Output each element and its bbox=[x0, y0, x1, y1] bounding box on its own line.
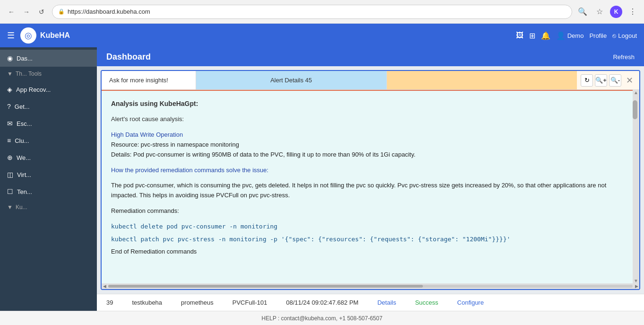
logo-symbol: ◎ bbox=[25, 30, 32, 41]
panel-content: Analysis using KubeHaGpt: Alert's root c… bbox=[102, 90, 639, 289]
sidebar-item-web[interactable]: ⊕ We... bbox=[0, 149, 97, 166]
back-button[interactable]: ← bbox=[5, 5, 18, 18]
hamburger-button[interactable]: ☰ bbox=[7, 30, 15, 41]
analysis-how: How the provided remediation commands so… bbox=[111, 166, 623, 176]
user-area: 👤 Demo bbox=[556, 31, 584, 40]
browser-profile-avatar[interactable]: K bbox=[610, 6, 622, 18]
security-icon: 🔒 bbox=[58, 9, 65, 15]
scroll-up-button[interactable]: ▲ bbox=[633, 90, 639, 95]
ten-icon: ☐ bbox=[7, 188, 13, 195]
zoom-out-button[interactable]: 🔍- bbox=[609, 74, 621, 87]
sidebar-item-label: Ten... bbox=[17, 188, 32, 195]
user-icon: 👤 bbox=[556, 31, 566, 40]
navbar-left: ☰ ◎ KubeHA bbox=[7, 27, 70, 44]
footer: HELP : contact@kubeha.com, +1 508-507-65… bbox=[0, 311, 644, 325]
analysis-title: Analysis using KubeHaGpt: bbox=[111, 98, 623, 109]
alert-details-label: Alert Details 45 bbox=[270, 77, 312, 84]
apprecov-icon: ◈ bbox=[7, 86, 12, 93]
horizontal-scrollbar[interactable]: ◀ ▶ bbox=[102, 283, 639, 289]
logout-icon: ⎋ bbox=[612, 32, 616, 39]
tools-expand-icon: ▼ bbox=[7, 70, 13, 77]
image-icon-button[interactable]: 🖼 bbox=[516, 31, 524, 40]
panel-actions: ↻ 🔍+ 🔍- ✕ bbox=[577, 71, 639, 89]
end-remediation: End of Remediation commands bbox=[111, 247, 623, 257]
analysis-issue: High Data Write Operation Resource: pvc-… bbox=[111, 130, 623, 159]
ku-label: Ku... bbox=[16, 204, 27, 211]
h-scrollbar-thumb[interactable] bbox=[108, 285, 423, 288]
scroll-left-button[interactable]: ◀ bbox=[102, 284, 107, 289]
app-container: ☰ ◎ KubeHA 🖼 ⊞ 🔔 👤 Demo Profile ⎋ Logout bbox=[0, 24, 644, 325]
end-label: End of Remediation commands bbox=[111, 247, 623, 257]
page-title-bar: Dashboard Refresh bbox=[97, 47, 644, 66]
forward-button[interactable]: → bbox=[20, 5, 33, 18]
sidebar-item-label: Esc... bbox=[17, 120, 32, 127]
sidebar: ◉ Das... ▼ Th... Tools ◈ App Recov... ? … bbox=[0, 47, 97, 311]
alert-panel: Ask for more insights! Alert Details 45 … bbox=[101, 70, 640, 290]
h-scrollbar-track[interactable] bbox=[108, 285, 633, 288]
sidebar-item-label: Clu... bbox=[15, 137, 29, 144]
row-source: prometheus bbox=[176, 299, 218, 306]
content-area: Dashboard Refresh Ask for more insights!… bbox=[97, 47, 644, 311]
browser-menu-button[interactable]: ⋮ bbox=[626, 5, 639, 18]
profile-link[interactable]: Profile bbox=[589, 32, 607, 39]
browser-chrome: ← → ↺ 🔒 https://dashboard.kubeha.com 🔍 ☆… bbox=[0, 0, 644, 24]
scroll-right-button[interactable]: ▶ bbox=[634, 284, 639, 289]
grid-icon-button[interactable]: ⊞ bbox=[529, 31, 535, 40]
navbar-right: 🖼 ⊞ 🔔 👤 Demo Profile ⎋ Logout bbox=[516, 31, 637, 40]
analysis-root-cause: Alert's root cause analysis: bbox=[111, 114, 623, 124]
root-cause-label: Alert's root cause analysis: bbox=[111, 114, 623, 124]
row-number: 39 bbox=[102, 299, 118, 306]
sidebar-item-tools[interactable]: ▼ Th... Tools bbox=[0, 67, 97, 81]
scroll-down-button[interactable]: ▼ bbox=[633, 278, 639, 283]
details-line: Details: Pod pvc-consumer is writing 950… bbox=[111, 150, 623, 160]
ask-insights-button[interactable]: Ask for more insights! bbox=[102, 71, 196, 89]
bell-icon-button[interactable]: 🔔 bbox=[541, 31, 550, 40]
analysis-remediation: Remediation commands: bbox=[111, 206, 623, 216]
page-title: Dashboard bbox=[106, 52, 151, 62]
address-bar[interactable]: 🔒 https://dashboard.kubeha.com bbox=[52, 5, 572, 19]
sidebar-item-esc[interactable]: ✉ Esc... bbox=[0, 115, 97, 132]
url-text: https://dashboard.kubeha.com bbox=[68, 8, 150, 15]
bookmark-button[interactable]: ☆ bbox=[593, 5, 606, 18]
reload-button[interactable]: ↺ bbox=[35, 5, 48, 18]
sidebar-item-virt[interactable]: ◫ Virt... bbox=[0, 166, 97, 183]
table-row: 39 testkubeha prometheus PVCFull-101 08/… bbox=[97, 294, 644, 311]
dashboard-icon: ◉ bbox=[7, 54, 13, 62]
explanation-text: The pod pvc-consumer, which is consuming… bbox=[111, 181, 623, 201]
sidebar-item-ten[interactable]: ☐ Ten... bbox=[0, 183, 97, 200]
row-configure-link[interactable]: Configure bbox=[453, 299, 489, 306]
refresh-button[interactable]: Refresh bbox=[613, 53, 635, 61]
zoom-in-button[interactable]: 🔍+ bbox=[595, 74, 607, 87]
v-scrollbar-thumb[interactable] bbox=[633, 100, 637, 119]
refresh-panel-button[interactable]: ↻ bbox=[581, 74, 593, 87]
orange-section bbox=[386, 71, 577, 89]
issue-title: High Data Write Operation bbox=[111, 130, 623, 140]
sidebar-item-cluster[interactable]: ≡ Clu... bbox=[0, 132, 97, 149]
alert-panel-header: Ask for more insights! Alert Details 45 … bbox=[102, 71, 639, 90]
analysis-explanation: The pod pvc-consumer, which is consuming… bbox=[111, 181, 623, 201]
sidebar-item-label: Virt... bbox=[17, 171, 31, 178]
logo-text: KubeHA bbox=[40, 31, 70, 40]
analysis-content: Analysis using KubeHaGpt: Alert's root c… bbox=[102, 90, 633, 283]
row-details-link[interactable]: Details bbox=[373, 299, 401, 306]
sidebar-item-ku[interactable]: ▼ Ku... bbox=[0, 200, 97, 214]
logout-area[interactable]: ⎋ Logout bbox=[612, 32, 637, 39]
close-panel-button[interactable]: ✕ bbox=[623, 74, 635, 87]
sidebar-item-apprecov[interactable]: ◈ App Recov... bbox=[0, 81, 97, 98]
web-icon: ⊕ bbox=[7, 154, 13, 161]
top-navbar: ☰ ◎ KubeHA 🖼 ⊞ 🔔 👤 Demo Profile ⎋ Logout bbox=[0, 24, 644, 47]
command-2: kubectl patch pvc pvc-stress -n monitori… bbox=[111, 235, 623, 245]
sidebar-item-get[interactable]: ? Get... bbox=[0, 98, 97, 115]
alert-details-tab[interactable]: Alert Details 45 bbox=[196, 71, 386, 89]
sidebar-item-dashboard[interactable]: ◉ Das... bbox=[0, 50, 97, 67]
cluster-icon: ≡ bbox=[7, 137, 11, 144]
help-text: HELP : contact@kubeha.com, +1 508-507-65… bbox=[262, 315, 383, 322]
search-browser-button[interactable]: 🔍 bbox=[576, 5, 589, 18]
sidebar-item-label: Get... bbox=[15, 103, 30, 110]
resource-line: Resource: pvc-stress in namespace monito… bbox=[111, 140, 623, 150]
vertical-scrollbar[interactable]: ▲ ▼ bbox=[633, 90, 639, 283]
esc-icon: ✉ bbox=[7, 120, 13, 127]
get-icon: ? bbox=[7, 103, 11, 110]
row-cluster: testkubeha bbox=[127, 299, 167, 306]
row-alert-name: PVCFull-101 bbox=[228, 299, 272, 306]
